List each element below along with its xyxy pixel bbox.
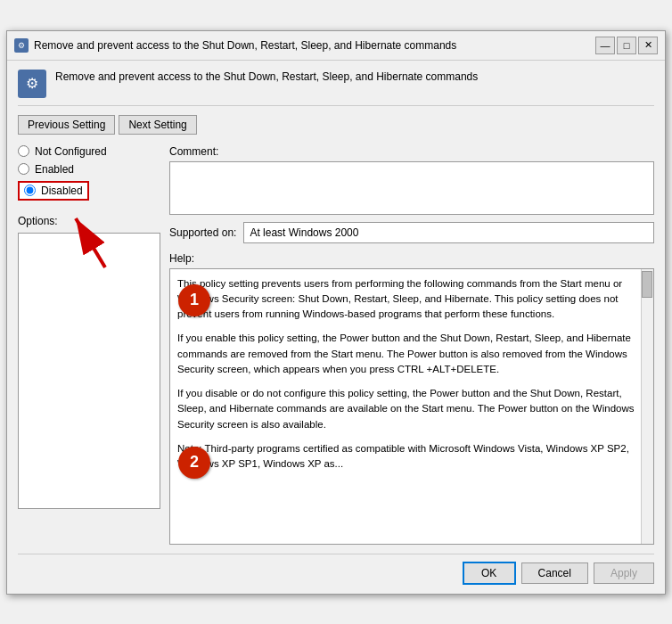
comment-label: Comment: [169,145,654,158]
comment-box[interactable] [169,161,654,215]
supported-on-label: Supported on: [169,226,236,239]
radio-not-configured-input[interactable] [18,145,29,157]
radio-not-configured[interactable]: Not Configured [18,145,160,158]
header-title: Remove and prevent access to the Shut Do… [55,70,478,85]
radio-enabled[interactable]: Enabled [18,163,160,176]
cancel-button[interactable]: Cancel [521,562,588,584]
header-section: ⚙ Remove and prevent access to the Shut … [18,70,654,106]
close-button[interactable]: ✕ [638,37,658,54]
radio-disabled-input[interactable] [24,185,36,196]
main-content: Not Configured Enabled Disabled [18,145,654,545]
footer: OK Cancel Apply [18,554,654,585]
title-bar: ⚙ Remove and prevent access to the Shut … [7,31,665,61]
title-bar-controls: — □ ✕ [595,37,658,54]
title-bar-left: ⚙ Remove and prevent access to the Shut … [14,38,456,53]
minimize-button[interactable]: — [595,37,615,54]
help-paragraph-4: Note: Third-party programs certified as … [177,441,646,472]
supported-on-value: At least Windows 2000 [243,222,654,243]
radio-group: Not Configured Enabled Disabled [18,145,160,201]
ok-button[interactable]: OK [463,562,516,585]
options-box [18,233,160,509]
annotation-badge-1: 1 [178,284,210,316]
help-paragraph-1: This policy setting prevents users from … [177,276,646,323]
radio-enabled-input[interactable] [18,163,29,175]
help-paragraph-3: If you disable or do not configure this … [177,386,646,432]
radio-enabled-label: Enabled [35,163,74,176]
radio-disabled-label: Disabled [41,185,83,197]
apply-button[interactable]: Apply [594,562,654,584]
left-panel: Not Configured Enabled Disabled [18,145,160,545]
help-text: This policy setting prevents users from … [177,276,646,472]
help-paragraph-2: If you enable this policy setting, the P… [177,331,646,377]
radio-disabled-box[interactable]: Disabled [18,181,89,201]
help-area: This policy setting prevents users from … [169,268,654,545]
header-icon: ⚙ [18,70,46,98]
supported-section: Supported on: At least Windows 2000 [169,222,654,243]
scrollbar-thumb[interactable] [642,271,652,298]
main-window: ⚙ Remove and prevent access to the Shut … [6,30,666,595]
help-box: This policy setting prevents users from … [169,268,654,545]
window-body: ⚙ Remove and prevent access to the Shut … [7,61,665,594]
title-bar-title: Remove and prevent access to the Shut Do… [34,39,456,52]
right-panel: Comment: Supported on: At least Windows … [169,145,654,545]
help-label: Help: [169,252,654,265]
radio-disabled-wrapper: Disabled [18,181,160,201]
next-setting-button[interactable]: Next Setting [119,115,196,135]
previous-setting-button[interactable]: Previous Setting [18,115,115,135]
radio-not-configured-label: Not Configured [35,145,107,158]
options-label: Options: [18,215,160,227]
nav-buttons: Previous Setting Next Setting [18,115,654,135]
annotation-badge-2: 2 [178,447,210,479]
comment-section: Comment: [169,145,654,215]
window-icon: ⚙ [14,38,29,53]
maximize-button[interactable]: □ [617,37,636,54]
scrollbar-track[interactable] [641,269,653,544]
